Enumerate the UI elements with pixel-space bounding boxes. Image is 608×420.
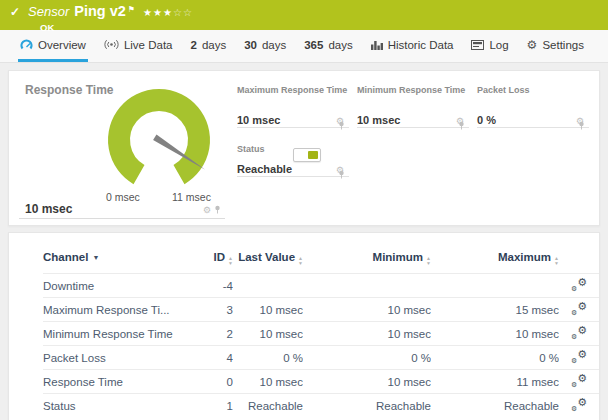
gauge-label: Maximum Response Time — [237, 81, 347, 95]
column-header-last-value[interactable]: Last Value▲▼ — [233, 245, 303, 274]
response-time-gauge-tile: Response Time 0 msec 11 msec 10 msec ⚙ — [19, 79, 225, 219]
channel-settings-icon[interactable]: ⚙⚙ — [571, 374, 587, 387]
sensor-tab-bar: OverviewLive Data2days30days365daysHisto… — [0, 30, 608, 63]
column-header-settings — [559, 245, 599, 274]
gauge-pin-icon[interactable] — [214, 205, 221, 216]
table-row: Response Time010 msec10 msec11 msec⚙⚙ — [43, 370, 599, 394]
gear-icon: ⚙ — [527, 40, 538, 50]
sort-icon: ▲▼ — [228, 256, 233, 265]
flag-icon[interactable]: ⚑ — [128, 2, 135, 17]
live-data-icon — [104, 39, 119, 50]
star-empty-icon[interactable]: ☆ — [183, 7, 193, 18]
channel-table-panel: Channel▼ ID▲▼ Last Value▲▼ Minimum▲▼ Max… — [8, 232, 600, 420]
gauge-value: 10 msec — [357, 114, 400, 126]
sensor-header: ✓ Sensor Ping v2 ⚑ ★★★☆☆ OK — [0, 0, 608, 30]
channel-maximum: 0 % — [431, 346, 559, 370]
channel-id: -4 — [193, 274, 233, 298]
channel-minimum: 10 msec — [303, 298, 431, 322]
channel-name[interactable]: Packet Loss — [43, 346, 193, 370]
sort-icon: ▲▼ — [298, 256, 303, 265]
tab-365-days[interactable]: 365days — [302, 30, 354, 62]
tab-log[interactable]: Log — [469, 30, 510, 62]
channel-id: 3 — [193, 298, 233, 322]
channel-minimum: 10 msec — [303, 370, 431, 394]
sort-icon: ▲▼ — [426, 256, 431, 265]
bar-chart-icon — [371, 40, 383, 50]
channel-name[interactable]: Downtime — [43, 274, 193, 298]
channel-settings-icon[interactable]: ⚙⚙ — [571, 302, 587, 315]
status-indicator — [293, 148, 321, 162]
table-row: Downtime-4⚙⚙ — [43, 274, 599, 298]
channel-last-value — [233, 274, 303, 298]
column-header-channel[interactable]: Channel▼ — [43, 245, 193, 274]
status-label: Status — [237, 140, 265, 154]
channel-name[interactable]: Minimum Response Time — [43, 322, 193, 346]
star-filled-icon[interactable]: ★ — [153, 7, 163, 18]
channel-settings-icon[interactable]: ⚙⚙ — [571, 326, 587, 339]
channel-id: 0 — [193, 370, 233, 394]
channel-last-value: 10 msec — [233, 298, 303, 322]
channel-maximum: 10 msec — [431, 322, 559, 346]
sort-icon: ▲▼ — [554, 256, 559, 265]
response-time-gauge — [101, 82, 217, 198]
gauges-panel: Response Time 0 msec 11 msec 10 msec ⚙ M… — [8, 70, 600, 226]
table-row: Minimum Response Time210 msec10 msec10 m… — [43, 322, 599, 346]
star-filled-icon[interactable]: ★ — [143, 7, 153, 18]
star-filled-icon[interactable]: ★ — [163, 7, 173, 18]
status-indicator-knob — [308, 151, 318, 159]
channel-id: 4 — [193, 346, 233, 370]
channel-id: 2 — [193, 322, 233, 346]
gauge-value: 10 msec — [25, 202, 72, 216]
channel-id: 1 — [193, 394, 233, 418]
tab-2-days[interactable]: 2days — [188, 30, 228, 62]
sort-desc-icon: ▼ — [92, 254, 99, 261]
channel-minimum: 10 msec — [303, 322, 431, 346]
channel-maximum — [431, 274, 559, 298]
gauge-label: Packet Loss — [477, 81, 530, 95]
tab-settings[interactable]: ⚙Settings — [525, 30, 586, 62]
sensor-title: Ping v2 — [74, 4, 126, 19]
packet-loss-gauge-tile: Packet Loss0 %⚙ — [477, 79, 589, 128]
channel-name[interactable]: Status — [43, 394, 193, 418]
gauge-value: 10 msec — [237, 114, 280, 126]
channel-settings-icon[interactable]: ⚙⚙ — [571, 398, 587, 411]
tab-30-days[interactable]: 30days — [242, 30, 288, 62]
channel-maximum: 11 msec — [431, 370, 559, 394]
object-kind-label: Sensor — [28, 4, 69, 19]
tab-overview[interactable]: Overview — [18, 30, 88, 62]
tab-historic-data[interactable]: Historic Data — [369, 30, 456, 62]
channel-last-value: 10 msec — [233, 322, 303, 346]
table-row: Packet Loss40 %0 %0 %⚙⚙ — [43, 346, 599, 370]
column-header-maximum[interactable]: Maximum▲▼ — [431, 245, 559, 274]
channel-last-value: 0 % — [233, 346, 303, 370]
channel-maximum: 15 msec — [431, 298, 559, 322]
table-row: Maximum Response Ti...310 msec10 msec15 … — [43, 298, 599, 322]
ok-check-icon: ✓ — [10, 5, 20, 19]
channel-settings-icon[interactable]: ⚙⚙ — [571, 278, 587, 291]
maximum-response-time-gauge-tile: Maximum Response Time10 msec⚙ — [237, 79, 349, 128]
channel-minimum — [303, 274, 431, 298]
channel-last-value: Reachable — [233, 394, 303, 418]
channel-minimum: 0 % — [303, 346, 431, 370]
gauge-label: Minimum Response Time — [357, 81, 465, 95]
status-tile: StatusReachable⚙ — [237, 138, 349, 177]
column-header-minimum[interactable]: Minimum▲▼ — [303, 245, 431, 274]
channel-minimum: Reachable — [303, 394, 431, 418]
channel-table: Channel▼ ID▲▼ Last Value▲▼ Minimum▲▼ Max… — [43, 245, 599, 417]
channel-settings-icon[interactable]: ⚙⚙ — [571, 350, 587, 363]
channel-name[interactable]: Response Time — [43, 370, 193, 394]
status-value: Reachable — [237, 163, 292, 175]
channel-maximum: Reachable — [431, 394, 559, 418]
tab-live-data[interactable]: Live Data — [102, 30, 175, 62]
table-row: Status1ReachableReachableReachable⚙⚙ — [43, 394, 599, 418]
channel-name[interactable]: Maximum Response Ti... — [43, 298, 193, 322]
minimum-response-time-gauge-tile: Minimum Response Time10 msec⚙ — [357, 79, 469, 128]
gauge-gear-icon[interactable]: ⚙ — [203, 206, 211, 215]
gauge-value: 0 % — [477, 114, 496, 126]
column-header-id[interactable]: ID▲▼ — [193, 245, 233, 274]
star-empty-icon[interactable]: ☆ — [173, 7, 183, 18]
channel-last-value: 10 msec — [233, 370, 303, 394]
gauge-icon — [20, 39, 33, 50]
log-icon — [471, 40, 484, 50]
sensor-rating[interactable]: ★★★☆☆ — [143, 5, 193, 20]
